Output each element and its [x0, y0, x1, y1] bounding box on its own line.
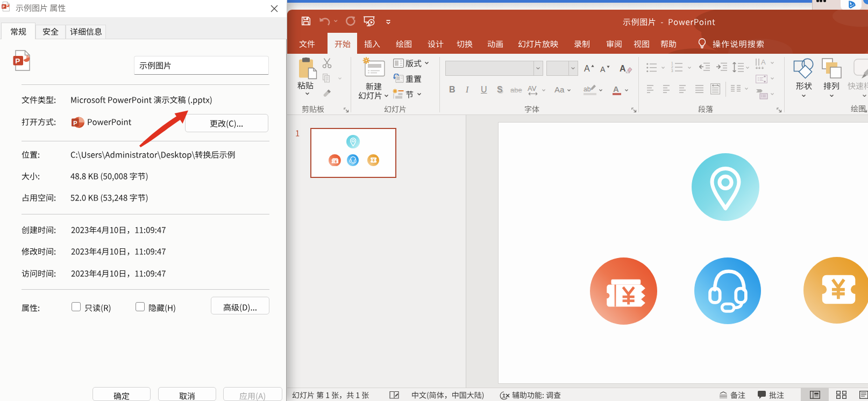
svg-text:3: 3 — [671, 69, 673, 73]
svg-text:2: 2 — [671, 65, 673, 69]
svg-text:P: P — [3, 5, 5, 9]
svg-text:A: A — [761, 58, 766, 66]
svg-text:P: P — [15, 57, 20, 65]
svg-text:P: P — [73, 120, 77, 126]
